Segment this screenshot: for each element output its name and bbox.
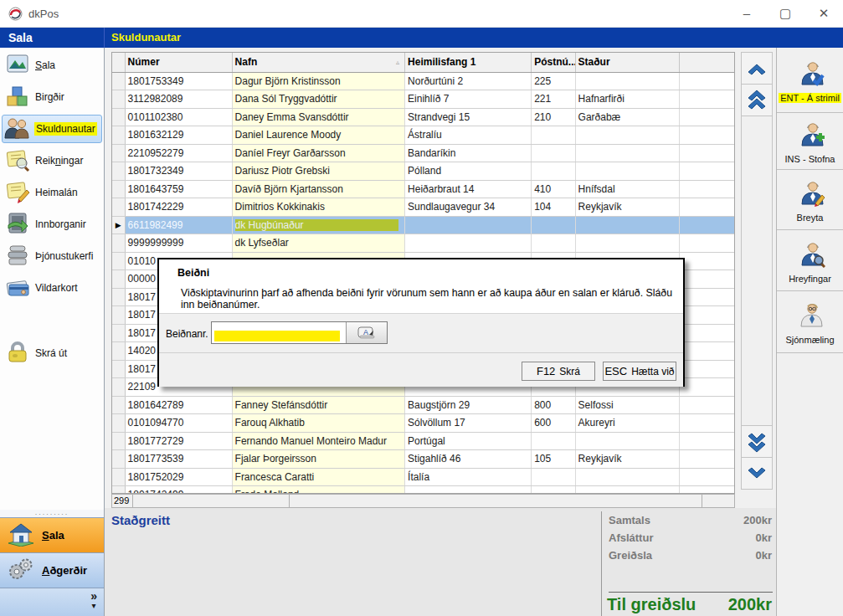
table-row[interactable]: 1801772729Fernando Manuel Monteiro Madur…: [112, 432, 735, 450]
table-row[interactable]: 1801643759Davíð Björn KjartanssonHeiðarb…: [112, 180, 735, 198]
row-selector[interactable]: [112, 180, 125, 198]
sidebar-item-innborganir[interactable]: Innborganir: [3, 210, 102, 239]
row-selector[interactable]: [112, 234, 125, 253]
table-row[interactable]: 0101102380Daney Emma SvansdóttirStrandve…: [112, 108, 735, 126]
cell-blank: [680, 180, 735, 198]
column-header-Númer[interactable]: Númer: [125, 53, 232, 72]
dialog-button-skr-[interactable]: F12Skrá: [522, 362, 595, 381]
sidebar-item-sala[interactable]: Sala: [3, 51, 102, 80]
row-selector[interactable]: [112, 306, 125, 325]
table-row[interactable]: 1801742229Dimitrios KokkinakisSundlaugav…: [112, 198, 735, 217]
column-header-Nafn[interactable]: Nafn▵: [232, 53, 405, 72]
cell-blank: [680, 306, 735, 325]
cell-stadur: [575, 126, 680, 145]
row-selector[interactable]: [112, 486, 125, 495]
sala-big-button[interactable]: Sala: [0, 517, 104, 552]
scroll-up-button[interactable]: [742, 53, 772, 85]
row-selector[interactable]: [112, 162, 125, 181]
table-row[interactable]: 1801642789Fanney StefánsdóttirBaugstjörn…: [112, 396, 735, 414]
cell-numer: 1801752029: [125, 468, 232, 486]
column-header-Heimilisfang 1[interactable]: Heimilisfang 1: [405, 53, 532, 72]
action-button-ins-stofna[interactable]: INS - Stofna: [777, 113, 843, 170]
column-header-Staður[interactable]: Staður: [575, 53, 680, 72]
action-button-ent-strimil[interactable]: ENT - Á strimil: [777, 48, 843, 113]
scroll-page-up-button[interactable]: [742, 85, 772, 116]
cell-blank: [680, 234, 735, 253]
column-header-Póstnú...[interactable]: Póstnú...: [532, 53, 575, 72]
cell-stadur: [575, 216, 680, 234]
input-selection-highlight: [214, 331, 340, 341]
request-number-input[interactable]: [212, 322, 346, 343]
cell-nafn: dk Lyfseðlar: [232, 234, 405, 253]
row-selector[interactable]: [112, 414, 125, 433]
row-selector[interactable]: [112, 108, 125, 126]
row-selector[interactable]: [112, 450, 125, 469]
minimize-button[interactable]: –: [727, 0, 766, 27]
cell-heimilisfang: Einihlíð 7: [405, 90, 532, 109]
action-button-label: INS - Stofna: [785, 154, 835, 164]
cell-blank: [680, 126, 735, 145]
row-selector[interactable]: [112, 468, 125, 486]
summary-value: 200kr: [743, 511, 772, 529]
dialog-button-h-tta-vi-[interactable]: ESCHætta við: [603, 362, 676, 381]
cell-nafn: Dagur Björn Kristinsson: [232, 72, 405, 90]
payment-panel: Staðgreitt Samtals200krAfsláttur0krGreið…: [105, 508, 843, 616]
row-selector[interactable]: [112, 270, 125, 289]
column-header-blank[interactable]: [112, 53, 125, 72]
table-row[interactable]: 9999999999dk Lyfseðlar: [112, 234, 735, 253]
row-selector[interactable]: [112, 72, 125, 90]
cell-postnumer: 210: [532, 108, 575, 126]
row-selector[interactable]: [112, 342, 125, 361]
sidebar-item-birg-ir[interactable]: Birgðir: [3, 83, 102, 111]
table-row[interactable]: 1801632129Daniel Laurence MoodyÁstralíu: [112, 126, 735, 145]
sidebar-splitter[interactable]: .........: [0, 510, 104, 517]
aðgerðir-big-button[interactable]: Aðgerðir: [0, 552, 104, 588]
row-selector[interactable]: [112, 360, 125, 378]
keyboard-input-button[interactable]: A: [346, 322, 387, 343]
sidebar-item-heimal-n[interactable]: Heimalán: [3, 178, 102, 207]
table-row[interactable]: 1801773539Fjalar ÞorgeirssonStigahlíð 46…: [112, 450, 735, 469]
row-selector[interactable]: [112, 432, 125, 450]
expand-icon[interactable]: »▾: [90, 592, 97, 610]
cell-blank: [680, 90, 735, 109]
scroll-page-down-button[interactable]: [742, 425, 772, 457]
sidebar-item-skr-t[interactable]: Skrá út: [3, 339, 102, 367]
close-button[interactable]: ✕: [804, 0, 843, 27]
row-selector[interactable]: [112, 90, 125, 109]
table-row[interactable]: 0101094770Farouq AlkhatibSólvöllum 17600…: [112, 414, 735, 433]
action-button-sj-nm-ling[interactable]: Sjónmæling: [777, 291, 843, 353]
maximize-button[interactable]: ▢: [766, 0, 804, 27]
action-button-breyta[interactable]: Breyta: [777, 170, 843, 230]
row-selector[interactable]: ▶: [112, 216, 125, 234]
table-row[interactable]: 3112982089Dana Sól TryggvadóttirEinihlíð…: [112, 90, 735, 109]
house-icon: [7, 521, 35, 549]
row-selector[interactable]: [112, 378, 125, 397]
sidebar-item-reikningar[interactable]: Reikningar: [3, 146, 102, 175]
table-scroll-column: [741, 52, 773, 490]
row-selector[interactable]: [112, 126, 125, 145]
action-button-hreyfingar[interactable]: Hreyfingar: [777, 230, 843, 291]
row-selector[interactable]: [112, 324, 125, 342]
column-header-blank[interactable]: [680, 53, 735, 72]
row-selector[interactable]: [112, 396, 125, 414]
table-row[interactable]: 1801742499Frode Molland: [112, 486, 735, 495]
sidebar-item-vildarkort[interactable]: Vildarkort: [3, 274, 102, 302]
table-row[interactable]: 1801753349Dagur Björn KristinssonNorðurt…: [112, 72, 735, 90]
cell-numer: 1801643759: [125, 180, 232, 198]
table-row[interactable]: ▶6611982499dk Hugbúnaður: [112, 216, 735, 234]
row-selector[interactable]: [112, 144, 125, 162]
scroll-down-button[interactable]: [742, 457, 772, 489]
summary-value: 0kr: [755, 547, 772, 564]
row-selector[interactable]: [112, 288, 125, 306]
table-row[interactable]: 1801732349Dariusz Piotr GrebskiPólland: [112, 162, 735, 181]
row-selector[interactable]: [112, 252, 125, 270]
table-row[interactable]: 2210952279Daníel Freyr GarðarssonBandarí…: [112, 144, 735, 162]
action-button-label: Hreyfingar: [789, 274, 831, 284]
total-label: Til greiðslu: [607, 595, 696, 614]
sidebar-item--j-nustukerfi[interactable]: Þjónustukerfi: [3, 242, 102, 270]
sidebar-item-skuldunautar[interactable]: Skuldunautar: [2, 115, 102, 143]
row-selector[interactable]: [112, 198, 125, 217]
table-row[interactable]: 1801752029Francesca CarattiÍtalía: [112, 468, 735, 486]
gears-icon: [7, 557, 35, 584]
action-button-column: ENT - Á strimilINS - StofnaBreytaHreyfin…: [776, 48, 843, 616]
